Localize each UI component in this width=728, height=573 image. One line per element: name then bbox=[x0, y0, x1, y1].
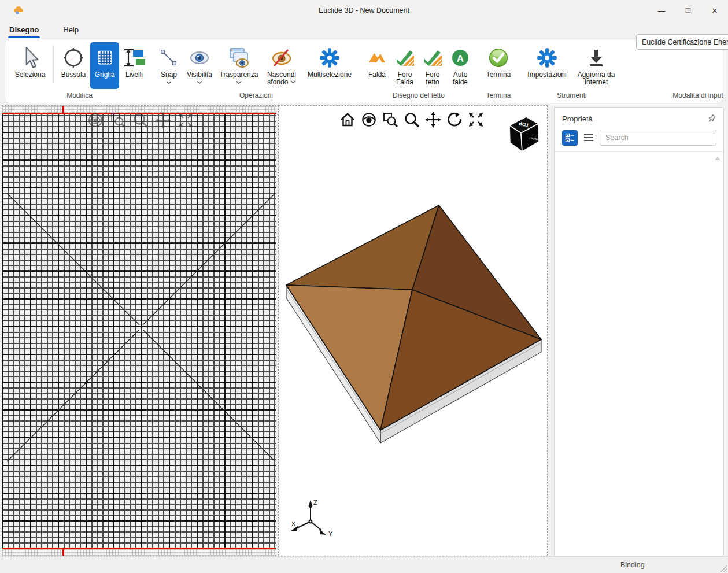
selection-boundary-line bbox=[2, 548, 276, 549]
title-bar: Euclide 3D - New Document — ☐ ✕ bbox=[0, 0, 728, 21]
view-2d-toolbar bbox=[87, 112, 194, 129]
app-window: { "window": { "title": "Euclide 3D - New… bbox=[0, 0, 728, 573]
termina-button[interactable]: Termina bbox=[481, 42, 516, 89]
compass-icon bbox=[61, 44, 86, 71]
selection-tick bbox=[62, 106, 64, 114]
multiselezione-button[interactable]: Multiselezione bbox=[303, 42, 356, 89]
divider bbox=[53, 45, 54, 83]
ribbon-group-strumenti: Impostazioni Aggiorna da Internet Strume… bbox=[519, 42, 624, 103]
check-circle-icon bbox=[486, 44, 511, 71]
view-3d[interactable]: TOP FRONT Z X Y bbox=[278, 105, 548, 556]
properties-body bbox=[555, 152, 723, 550]
pan-icon[interactable] bbox=[154, 112, 172, 129]
group-label-strumenti: Strumenti bbox=[523, 89, 621, 103]
home-icon[interactable] bbox=[339, 111, 356, 128]
tab-disegno[interactable]: Disegno bbox=[8, 23, 40, 36]
falda-button[interactable]: Falda bbox=[363, 42, 391, 89]
group-label-disegno-del-tetto: Disegno del tetto bbox=[363, 89, 474, 103]
list-icon bbox=[583, 134, 594, 142]
visibilita-button[interactable]: Visibilità bbox=[182, 42, 217, 89]
svg-text:A: A bbox=[457, 53, 464, 64]
aggiorna-da-internet-button[interactable]: Aggiorna da Internet bbox=[571, 42, 621, 89]
roof-pitch-icon bbox=[365, 44, 389, 71]
roof-hole-icon bbox=[393, 44, 416, 71]
ribbon: Seleziona Bussola bbox=[5, 39, 723, 103]
auto-roof-icon: A bbox=[449, 44, 472, 71]
menu-bar: Disegno Help bbox=[0, 21, 728, 38]
cursor-icon bbox=[18, 44, 42, 71]
ribbon-group-operazioni: Snap Visibilità bbox=[153, 42, 360, 103]
group-label-modifica: Modifica bbox=[10, 89, 149, 103]
view-2d-plan[interactable] bbox=[2, 105, 276, 556]
roof-hole-icon bbox=[421, 44, 444, 71]
navigation-cube[interactable]: TOP FRONT bbox=[504, 113, 541, 157]
chevron-down-icon bbox=[166, 79, 172, 84]
ribbon-group-disegno-del-tetto: Falda Foro Falda bbox=[360, 42, 478, 103]
chevron-down-icon bbox=[290, 80, 296, 84]
snap-button[interactable]: Snap bbox=[156, 42, 182, 89]
categorized-icon bbox=[565, 133, 575, 143]
status-binding-text: Binding bbox=[620, 561, 645, 569]
tab-help[interactable]: Help bbox=[62, 23, 80, 36]
rotate-icon[interactable] bbox=[446, 111, 463, 128]
seleziona-button[interactable]: Seleziona bbox=[10, 42, 50, 89]
fullscreen-icon[interactable] bbox=[177, 112, 194, 129]
gear-icon bbox=[317, 44, 342, 71]
ribbon-group-modifica: Seleziona Bussola bbox=[6, 42, 153, 103]
auto-falde-button[interactable]: A Auto falde bbox=[446, 42, 474, 89]
maximize-button[interactable]: ☐ bbox=[675, 0, 701, 21]
axis-x-label: X bbox=[291, 520, 296, 527]
view-3d-toolbar bbox=[339, 111, 485, 128]
scroll-up-arrow[interactable] bbox=[715, 157, 720, 160]
pan-icon[interactable] bbox=[424, 111, 442, 128]
properties-panel: Proprietà bbox=[554, 107, 724, 556]
pin-icon[interactable] bbox=[707, 114, 716, 123]
resize-grip[interactable] bbox=[720, 565, 727, 572]
griglia-button[interactable]: Griglia bbox=[90, 42, 119, 89]
download-icon bbox=[585, 44, 608, 71]
list-view-button[interactable] bbox=[582, 130, 596, 146]
minimize-button[interactable]: — bbox=[648, 0, 675, 21]
roof-plan-lines bbox=[2, 106, 276, 556]
axis-gizmo: Z X Y bbox=[283, 496, 347, 548]
gear-icon bbox=[535, 44, 559, 71]
impostazioni-button[interactable]: Impostazioni bbox=[523, 42, 571, 89]
hidden-eye-icon bbox=[268, 44, 295, 71]
search-input[interactable] bbox=[600, 130, 716, 146]
status-bar: Binding bbox=[0, 556, 728, 573]
bussola-button[interactable]: Bussola bbox=[57, 42, 90, 89]
grid-icon bbox=[94, 44, 116, 71]
zoom-selection-icon[interactable] bbox=[382, 111, 399, 128]
zoom-icon[interactable] bbox=[403, 111, 420, 128]
selection-tick bbox=[62, 548, 64, 556]
layers-icon bbox=[121, 44, 147, 71]
nascondi-sfondo-button[interactable]: Nascondi sfondo bbox=[260, 42, 303, 89]
eye-icon[interactable] bbox=[360, 111, 378, 128]
close-button[interactable]: ✕ bbox=[701, 0, 728, 21]
snap-line-icon bbox=[158, 44, 180, 71]
window-title: Euclide 3D - New Document bbox=[0, 6, 728, 14]
group-label-termina: Termina bbox=[481, 89, 516, 103]
trasparenza-button[interactable]: Trasparenza bbox=[217, 42, 260, 89]
foro-falda-button[interactable]: Foro Falda bbox=[391, 42, 419, 89]
zoom-selection-icon[interactable] bbox=[109, 112, 127, 129]
eye-icon bbox=[187, 44, 212, 71]
ribbon-group-termina: Termina Termina bbox=[478, 42, 519, 103]
axis-y-label: Y bbox=[328, 530, 333, 537]
zoom-icon[interactable] bbox=[132, 112, 149, 129]
eye-icon[interactable] bbox=[87, 112, 104, 129]
axis-z-label: Z bbox=[313, 499, 317, 506]
chevron-down-icon bbox=[197, 79, 202, 84]
input-mode-select[interactable]: Euclide Certificazione Energetica bbox=[636, 34, 728, 50]
ribbon-group-modalita-di-input: Euclide Certificazione Energetica Modali… bbox=[624, 42, 728, 103]
group-label-operazioni: Operazioni bbox=[156, 89, 356, 103]
roof-3d-model bbox=[279, 106, 548, 556]
properties-title: Proprietà bbox=[562, 114, 707, 123]
livelli-button[interactable]: Livelli bbox=[119, 42, 149, 89]
chevron-down-icon bbox=[236, 79, 242, 84]
foro-tetto-button[interactable]: Foro tetto bbox=[419, 42, 446, 89]
transparency-icon bbox=[226, 44, 252, 71]
group-label-modalita-di-input: Modalità di input bbox=[628, 89, 728, 103]
fullscreen-icon[interactable] bbox=[467, 111, 485, 128]
categorized-view-button[interactable] bbox=[562, 130, 578, 146]
